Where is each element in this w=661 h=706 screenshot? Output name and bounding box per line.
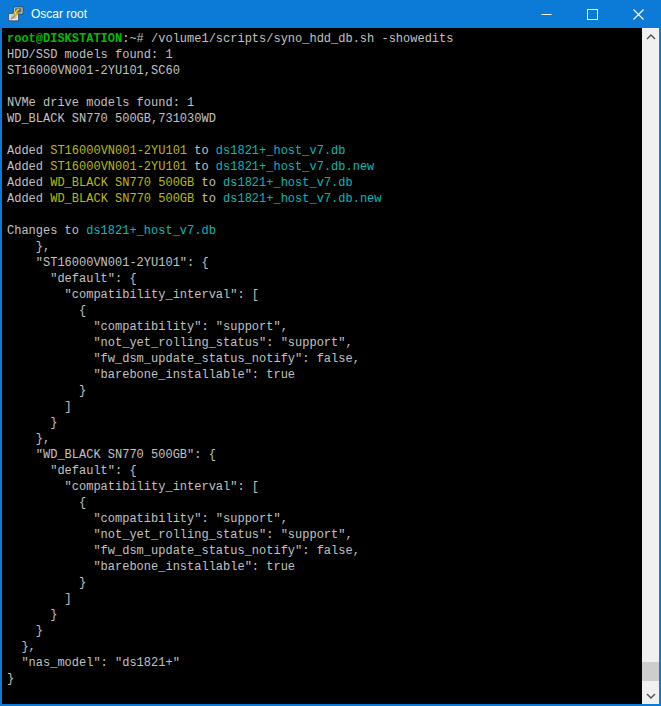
terminal-line [7, 79, 642, 95]
terminal-line: Added ST16000VN001-2YU101 to ds1821+_hos… [7, 143, 642, 159]
terminal-line: "not_yet_rolling_status": "support", [7, 335, 642, 351]
scrollbar-thumb[interactable] [642, 662, 659, 681]
terminal-line: "default": { [7, 463, 642, 479]
terminal-line: } [7, 415, 642, 431]
minimize-button[interactable] [523, 0, 569, 28]
terminal-line: HDD/SSD models found: 1 [7, 47, 642, 63]
terminal-line: } [7, 383, 642, 399]
terminal-line: NVMe drive models found: 1 [7, 95, 642, 111]
terminal-line: } [7, 575, 642, 591]
maximize-button[interactable] [569, 0, 615, 28]
terminal-line: "fw_dsm_update_status_notify": false, [7, 351, 642, 367]
putty-app-icon[interactable] [8, 6, 24, 22]
putty-icon [8, 6, 24, 22]
chevron-down-icon [646, 693, 656, 699]
terminal-line: ] [7, 591, 642, 607]
terminal-output[interactable]: root@DISKSTATION:~# /volume1/scripts/syn… [2, 28, 642, 704]
terminal-line: "default": { [7, 271, 642, 287]
terminal-line: }, [7, 239, 642, 255]
terminal-line: "WD_BLACK SN770 500GB": { [7, 447, 642, 463]
terminal-line: "compatibility": "support", [7, 511, 642, 527]
terminal-line: "compatibility": "support", [7, 319, 642, 335]
titlebar[interactable]: Oscar root [0, 0, 661, 28]
terminal-line: Added ST16000VN001-2YU101 to ds1821+_hos… [7, 159, 642, 175]
terminal-line: WD_BLACK SN770 500GB,731030WD [7, 111, 642, 127]
terminal-line: "not_yet_rolling_status": "support", [7, 527, 642, 543]
terminal-line [7, 207, 642, 223]
terminal-line: } [7, 607, 642, 623]
maximize-icon [587, 9, 598, 20]
scrollbar[interactable] [642, 28, 659, 704]
terminal-line [7, 127, 642, 143]
terminal-line: "ST16000VN001-2YU101": { [7, 255, 642, 271]
terminal-line: { [7, 303, 642, 319]
scroll-up-button[interactable] [642, 28, 659, 45]
putty-window: Oscar root root@DISKSTATION:~# /volume1/… [0, 0, 661, 706]
terminal-line: Added WD_BLACK SN770 500GB to ds1821+_ho… [7, 175, 642, 191]
terminal-line: } [7, 671, 642, 687]
window-title: Oscar root [31, 7, 523, 21]
scroll-down-button[interactable] [642, 687, 659, 704]
close-icon [633, 9, 644, 20]
terminal-line: }, [7, 431, 642, 447]
window-body: root@DISKSTATION:~# /volume1/scripts/syn… [0, 28, 661, 706]
terminal-line: }, [7, 639, 642, 655]
terminal-line: "compatibility_interval": [ [7, 287, 642, 303]
terminal-line: "barebone_installable": true [7, 367, 642, 383]
terminal-line: ] [7, 399, 642, 415]
terminal-line: Changes to ds1821+_host_v7.db [7, 223, 642, 239]
terminal-line: "compatibility_interval": [ [7, 479, 642, 495]
terminal-line: ST16000VN001-2YU101,SC60 [7, 63, 642, 79]
minimize-icon [541, 9, 552, 20]
terminal-line: root@DISKSTATION:~# /volume1/scripts/syn… [7, 31, 642, 47]
terminal-line: } [7, 623, 642, 639]
chevron-up-icon [646, 34, 656, 40]
window-controls [523, 0, 661, 28]
terminal-line: Added WD_BLACK SN770 500GB to ds1821+_ho… [7, 191, 642, 207]
close-button[interactable] [615, 0, 661, 28]
terminal-line: "nas_model": "ds1821+" [7, 655, 642, 671]
terminal-line: "barebone_installable": true [7, 559, 642, 575]
terminal-line: "fw_dsm_update_status_notify": false, [7, 543, 642, 559]
terminal-line: { [7, 495, 642, 511]
